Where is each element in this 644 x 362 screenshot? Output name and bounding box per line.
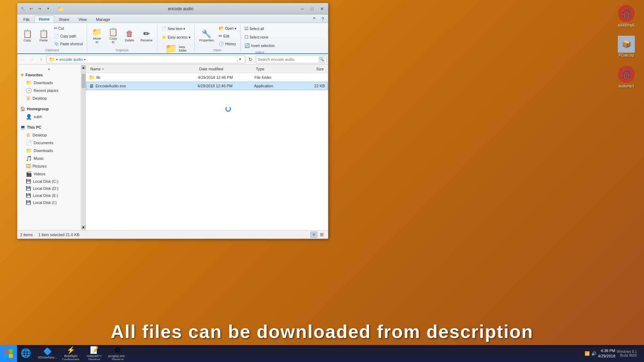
back-button[interactable]: ← — [19, 56, 27, 63]
col-header-name[interactable]: Name ▲ — [89, 65, 198, 73]
recent-places-icon: 🕒 — [26, 88, 32, 93]
refresh-button[interactable]: ↻ — [247, 56, 254, 63]
history-icon: 🕒 — [219, 41, 224, 46]
sidebar-thispc-header[interactable]: 💻 This PC — [17, 123, 81, 131]
help-btn[interactable]: ? — [319, 16, 327, 23]
local-c-label: Local Disk (C:) — [33, 179, 58, 183]
sidebar-item-documents[interactable]: 📄 Documents — [17, 139, 81, 147]
file-type-encode: Application — [254, 84, 297, 88]
paste-shortcut-button[interactable]: 📎 Paste shortcut — [52, 40, 85, 47]
history-button[interactable]: 🕒 History — [217, 40, 238, 47]
quick-down-btn[interactable]: ▼ — [44, 5, 52, 12]
desktop-icon-audio-top[interactable]: 🎧 a0000mp5 — [612, 4, 640, 29]
3d-label: 3DInterface... — [38, 356, 57, 359]
search-submit-button[interactable]: 🔍 — [318, 56, 325, 63]
file-row-lib[interactable]: 📁 lib 4/29/2018 12:46 PM File folder — [86, 73, 328, 82]
move-to-button[interactable]: 📁 Moveto — [89, 26, 105, 46]
show-desktop-button[interactable] — [638, 346, 641, 361]
search-bar[interactable]: 🔍 — [256, 56, 327, 63]
tab-manage[interactable]: Manage — [91, 16, 115, 23]
copy-to-button[interactable]: 📋 Copyto — [105, 26, 121, 46]
tab-file[interactable]: File — [19, 16, 34, 23]
col-header-type[interactable]: Type — [254, 65, 297, 73]
taskbar-item-3d[interactable]: 🔷 3DInterface... — [36, 346, 59, 361]
sidebar-item-downloads-fav[interactable]: 📁 Downloads — [17, 79, 81, 87]
list-view-button[interactable]: ≡ — [310, 232, 317, 238]
edit-icon: ✏ — [219, 34, 222, 39]
new-item-button[interactable]: 📄 New item ▾ — [160, 25, 187, 32]
sidebar-item-downloads-pc[interactable]: 📁 Downloads — [17, 147, 81, 154]
sidebar-item-recent-places[interactable]: 🕒 Recent places — [17, 87, 81, 94]
close-button[interactable]: ✕ — [317, 5, 327, 12]
paste-button[interactable]: 📋 Paste — [36, 26, 51, 46]
edit-button[interactable]: ✏ Edit — [217, 33, 238, 40]
start-button[interactable] — [0, 345, 17, 362]
taskbar-clock[interactable]: 4:38 PM 4/29/2018 — [598, 348, 615, 359]
scroll-up-btn[interactable]: ▲ — [81, 65, 86, 70]
lib-name-text: lib — [96, 75, 100, 80]
taskbar-item-chrome[interactable]: 🌐 — [17, 346, 34, 361]
tab-view[interactable]: View — [74, 16, 92, 23]
col-header-size[interactable]: Size — [297, 65, 325, 73]
sidebar-scrollbar[interactable]: ▲ ▼ — [81, 65, 86, 230]
forward-button[interactable]: → — [28, 56, 36, 63]
search-input[interactable] — [258, 57, 317, 62]
rename-button[interactable]: ✏ Rename — [138, 26, 155, 46]
ribbon-tabs: File Home Share View Manage ^ ? — [17, 14, 328, 23]
tab-share[interactable]: Share — [54, 16, 74, 23]
file-row-encodeaudio[interactable]: 🖥 EncodeAudio.exe 4/29/2018 12:46 PM App… — [86, 82, 328, 90]
select-all-button[interactable]: ☑ Select all — [243, 25, 266, 32]
cut-button[interactable]: ✂ Cut — [52, 25, 85, 32]
desktop-icon-audio-bottom[interactable]: 🎧 audiomp3 — [612, 64, 640, 89]
address-bar[interactable]: 📁 ▸ encode audio ▸ ▼ — [46, 56, 245, 63]
address-dropdown-btn[interactable]: ▼ — [237, 56, 243, 63]
sidebar-item-local-i[interactable]: 💾 Local Disk (I:) — [17, 199, 81, 206]
properties-button[interactable]: 🔧 Properties — [197, 26, 216, 46]
grid-view-button[interactable]: ⊞ — [318, 232, 325, 238]
copy-path-button[interactable]: 📄 Copy path — [52, 33, 85, 40]
maximize-button[interactable]: □ — [307, 5, 317, 12]
quick-properties-btn[interactable]: 🔧 — [19, 5, 27, 12]
sidebar-item-pictures[interactable]: 🖼 Pictures — [17, 162, 81, 170]
tab-home[interactable]: Home — [34, 16, 54, 23]
subh-icon: 👤 — [26, 114, 32, 119]
quick-redo-btn[interactable]: ↪ — [36, 5, 44, 12]
taskbar-item-betaflight[interactable]: ⚡ BetaflightConfigurator — [59, 346, 82, 361]
address-path: encode audio — [59, 57, 83, 62]
file-type-lib: File folder — [254, 75, 297, 80]
sidebar-scroll-up[interactable]: ▲ — [17, 66, 81, 71]
desktop-pc-icon: 🖥 — [26, 132, 31, 138]
delete-button[interactable]: 🗑 Delete — [122, 26, 137, 46]
homegroup-icon: 🏠 — [20, 106, 25, 111]
sidebar-favorites-header[interactable]: ★ Favorites — [17, 71, 81, 79]
taskbar-item-progisp[interactable]: ⚙ progisp.exe -Shortcut — [106, 346, 129, 361]
sidebar-item-local-c[interactable]: 💾 Local Disk (C:) — [17, 178, 81, 185]
new-folder-button[interactable]: 📁 Newfolder — [160, 42, 192, 56]
ribbon-collapse-btn[interactable]: ^ — [310, 16, 318, 23]
scroll-down-btn[interactable]: ▼ — [81, 225, 86, 229]
taskbar-item-notepad[interactable]: 📝 notepad++Shortcut — [83, 346, 105, 361]
copy-button[interactable]: 📋 Copy — [19, 26, 35, 46]
desktop-icon-pclab[interactable]: 📦 PClab.zip — [612, 34, 640, 59]
easy-access-button[interactable]: ⭐ Easy access ▾ — [160, 34, 192, 41]
scroll-thumb[interactable] — [81, 74, 86, 88]
quick-undo-btn[interactable]: ↩ — [27, 5, 35, 12]
up-button[interactable]: ↑ — [37, 56, 45, 63]
sidebar-item-local-d[interactable]: 💾 Local Disk (D:) — [17, 185, 81, 192]
address-folder-icon: 📁 — [49, 57, 55, 62]
open-button[interactable]: 📂 Open ▾ — [217, 25, 238, 32]
sidebar-homegroup-header[interactable]: 🏠 Homegroup — [17, 105, 81, 113]
invert-selection-button[interactable]: 🔄 Invert selection — [243, 42, 276, 49]
history-label: History — [225, 42, 236, 46]
sidebar-item-local-e[interactable]: 💾 Local Disk (E:) — [17, 192, 81, 199]
sidebar-item-subh[interactable]: 👤 subh — [17, 113, 81, 121]
downloads-pc-label: Downloads — [34, 148, 53, 153]
file-date-lib: 4/29/2018 12:46 PM — [198, 75, 254, 80]
sidebar-item-desktop-pc[interactable]: 🖥 Desktop — [17, 131, 81, 139]
minimize-button[interactable]: ─ — [298, 5, 307, 12]
col-header-date[interactable]: Date modified — [198, 65, 254, 73]
sidebar-item-desktop-fav[interactable]: 🖥 Desktop — [17, 94, 81, 102]
select-none-button[interactable]: ☐ Select none — [243, 34, 270, 41]
sidebar-item-videos[interactable]: 🎬 Videos — [17, 170, 81, 178]
sidebar-item-music[interactable]: 🎵 Music — [17, 154, 81, 162]
